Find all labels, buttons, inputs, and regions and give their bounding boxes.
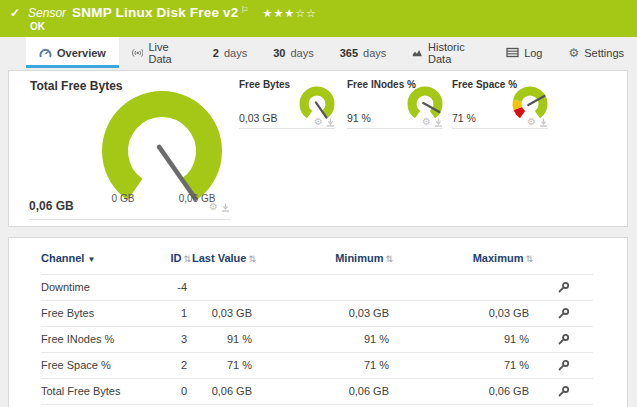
chart-icon <box>412 47 423 58</box>
cell-minimum: 0,06 GB <box>256 378 393 404</box>
cell-maximum: 0,03 GB <box>393 300 533 326</box>
gauge-divider <box>239 128 335 129</box>
tab-bar: Overview Live Data 2 days 30 days 365 da… <box>0 37 637 68</box>
gauge-value: 71 % <box>452 112 476 124</box>
sort-icon: ⇅ <box>183 254 191 264</box>
cell-id: -4 <box>156 274 191 300</box>
column-label: ID <box>170 252 181 264</box>
gauge-tools: ⚙ <box>527 117 548 127</box>
cell-id: 3 <box>156 326 191 352</box>
channel-settings-icon[interactable] <box>557 307 570 320</box>
gauge-tools: ⚙ <box>314 117 335 127</box>
table-header-row: Channel▼ ID⇅ Last Value⇅ Minimum⇅ Maximu… <box>41 252 593 274</box>
column-label: Maximum <box>473 252 524 264</box>
status-badge: OK <box>30 21 45 32</box>
cell-maximum: 0,06 GB <box>393 378 533 404</box>
channel-settings-icon[interactable] <box>557 333 570 346</box>
table-row[interactable]: Free Bytes 1 0,03 GB 0,03 GB 0,03 GB <box>41 300 593 326</box>
cell-channel[interactable]: Downtime <box>41 274 156 300</box>
tab-log[interactable]: Log <box>493 37 555 68</box>
column-header-channel[interactable]: Channel▼ <box>41 252 156 274</box>
cell-last-value <box>191 274 256 300</box>
channel-settings-icon[interactable] <box>557 385 570 398</box>
tab-30-days[interactable]: 30 days <box>260 37 327 68</box>
column-header-maximum[interactable]: Maximum⇅ <box>393 252 533 274</box>
gauge-group-free-bytes: Free Bytes 0,03 GB ⚙ <box>239 71 335 133</box>
cell-last-value: 91 % <box>191 326 256 352</box>
tab-label: days <box>363 47 386 59</box>
tab-2-days[interactable]: 2 days <box>200 37 260 68</box>
sensor-title: SNMP Linux Disk Free v2 <box>72 5 238 20</box>
tab-label: days <box>290 47 313 59</box>
column-header-last-value[interactable]: Last Value⇅ <box>191 252 256 274</box>
cell-channel[interactable]: Free INodes % <box>41 326 156 352</box>
cell-channel[interactable]: Free Space % <box>41 352 156 378</box>
cell-minimum <box>256 274 393 300</box>
cell-channel[interactable]: Free Bytes <box>41 300 156 326</box>
sort-icon: ⇅ <box>525 254 533 264</box>
tab-label: Log <box>524 47 542 59</box>
table-row[interactable]: Free INodes % 3 91 % 91 % 91 % <box>41 326 593 352</box>
sensor-kind-label: Sensor <box>28 6 66 20</box>
overview-gauges-panel: Total Free Bytes 0 GB 0,06 GB 0,06 GB ⚙ … <box>8 70 628 227</box>
tab-number: 365 <box>340 47 358 59</box>
gauge-group-free-inodes: Free INodes % 91 % ⚙ <box>347 71 443 133</box>
column-header-id[interactable]: ID⇅ <box>156 252 191 274</box>
gear-icon[interactable]: ⚙ <box>527 117 536 127</box>
table-row[interactable]: Total Free Bytes 0 0,06 GB 0,06 GB 0,06 … <box>41 378 593 404</box>
tab-label: Live Data <box>148 41 186 65</box>
main-gauge-value: 0,06 GB <box>29 199 74 213</box>
tab-settings[interactable]: ⚙ Settings <box>555 37 637 68</box>
main-gauge-tools: ⚙ <box>209 202 230 212</box>
tab-365-days[interactable]: 365 days <box>327 37 400 68</box>
prtg-sensor-page: { "icons": { "check": "✓", "flag": "⚐", … <box>0 0 637 407</box>
table-bottom-border <box>41 404 593 406</box>
cell-last-value: 71 % <box>191 352 256 378</box>
table-row[interactable]: Downtime -4 <box>41 274 593 300</box>
gauge-tools: ⚙ <box>422 117 443 127</box>
cell-channel[interactable]: Total Free Bytes <box>41 378 156 404</box>
sort-desc-icon: ▼ <box>87 255 95 264</box>
channel-settings-icon[interactable] <box>557 359 570 372</box>
priority-stars[interactable]: ★★★☆☆ <box>263 7 317 20</box>
tab-number: 2 <box>213 47 219 59</box>
column-header-settings <box>533 252 593 274</box>
column-label: Minimum <box>335 252 383 264</box>
gear-icon[interactable]: ⚙ <box>314 117 323 127</box>
tab-historic-data[interactable]: Historic Data <box>399 37 493 68</box>
pin-icon[interactable] <box>434 118 443 127</box>
channels-table: Channel▼ ID⇅ Last Value⇅ Minimum⇅ Maximu… <box>41 252 593 406</box>
sort-icon: ⇅ <box>385 254 393 264</box>
cell-minimum: 71 % <box>256 352 393 378</box>
gauge-group-free-space: Free Space % 71 % ⚙ <box>452 71 548 133</box>
column-label: Channel <box>41 252 84 264</box>
column-header-minimum[interactable]: Minimum⇅ <box>256 252 393 274</box>
gear-icon[interactable]: ⚙ <box>422 117 431 127</box>
tab-overview[interactable]: Overview <box>26 37 119 68</box>
pin-icon[interactable] <box>539 118 548 127</box>
channel-settings-icon[interactable] <box>557 281 570 294</box>
pin-icon[interactable] <box>221 203 230 212</box>
tab-label: Historic Data <box>428 41 480 65</box>
live-signal-icon <box>132 47 144 58</box>
gauge-value: 0,03 GB <box>239 112 278 124</box>
cell-last-value: 0,03 GB <box>191 300 256 326</box>
channels-table-panel: Channel▼ ID⇅ Last Value⇅ Minimum⇅ Maximu… <box>8 237 628 407</box>
gauge-label: Free Bytes <box>239 79 290 90</box>
table-row[interactable]: Free Space % 2 71 % 71 % 71 % <box>41 352 593 378</box>
cell-maximum: 91 % <box>393 326 533 352</box>
gear-icon[interactable]: ⚙ <box>209 202 218 212</box>
cell-minimum: 91 % <box>256 326 393 352</box>
tab-live-data[interactable]: Live Data <box>119 37 200 68</box>
gauge-divider <box>452 128 548 129</box>
gauge-icon <box>39 47 52 59</box>
flag-icon[interactable]: ⚐ <box>241 5 249 15</box>
cell-maximum: 71 % <box>393 352 533 378</box>
gear-icon: ⚙ <box>568 46 579 60</box>
gauge-value: 91 % <box>347 112 371 124</box>
cell-minimum: 0,03 GB <box>256 300 393 326</box>
pin-icon[interactable] <box>326 118 335 127</box>
cell-last-value: 0,06 GB <box>191 378 256 404</box>
cell-id: 0 <box>156 378 191 404</box>
cell-id: 2 <box>156 352 191 378</box>
